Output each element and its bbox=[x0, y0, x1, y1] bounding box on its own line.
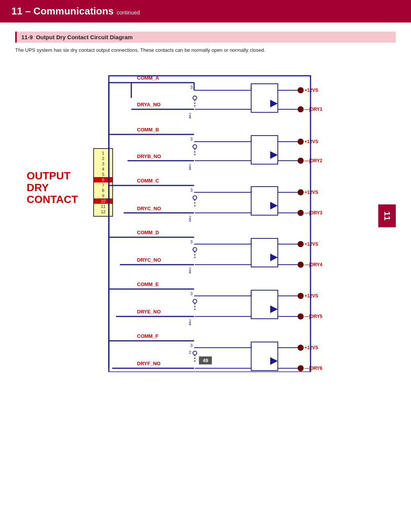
svg-text:+12VS: +12VS bbox=[304, 190, 318, 195]
svg-text:COMM_D: COMM_D bbox=[137, 230, 159, 235]
svg-point-6 bbox=[193, 96, 197, 100]
svg-text:COMM_B: COMM_B bbox=[137, 127, 159, 133]
svg-text:DRYB_NO: DRYB_NO bbox=[137, 153, 161, 159]
svg-text:—|DRY4: —|DRY4 bbox=[304, 262, 322, 267]
svg-text:DRYC_NO: DRYC_NO bbox=[137, 257, 161, 263]
svg-text:—|DRY1: —|DRY1 bbox=[304, 107, 322, 112]
page-header: 11 – Communications continued bbox=[0, 0, 411, 22]
svg-point-58 bbox=[298, 189, 304, 195]
svg-point-79 bbox=[298, 241, 304, 247]
svg-point-21 bbox=[298, 106, 304, 112]
svg-text:+12VS: +12VS bbox=[304, 139, 318, 144]
svg-marker-60 bbox=[270, 202, 278, 209]
svg-marker-81 bbox=[270, 254, 278, 261]
svg-text:+12VS: +12VS bbox=[304, 88, 318, 93]
svg-point-16 bbox=[298, 87, 304, 93]
svg-text:—|DRY6: —|DRY6 bbox=[304, 366, 322, 371]
svg-text:3: 3 bbox=[190, 188, 193, 192]
chapter-tab: 11 bbox=[378, 204, 396, 227]
svg-marker-102 bbox=[270, 305, 278, 313]
svg-text:—|DRY2: —|DRY2 bbox=[304, 158, 322, 163]
svg-rect-96 bbox=[251, 290, 278, 319]
svg-point-37 bbox=[298, 139, 304, 145]
svg-marker-18 bbox=[270, 100, 278, 107]
svg-point-48 bbox=[193, 196, 197, 200]
svg-point-69 bbox=[193, 248, 197, 251]
svg-point-126 bbox=[298, 365, 304, 371]
svg-text:—|DRY5: —|DRY5 bbox=[304, 314, 322, 319]
svg-text:DRYF_NO: DRYF_NO bbox=[137, 361, 161, 366]
svg-point-100 bbox=[298, 293, 304, 299]
svg-text:DRYA_NO: DRYA_NO bbox=[137, 102, 161, 107]
page-header-title: 11 – Communications bbox=[11, 5, 114, 17]
svg-point-90 bbox=[193, 299, 197, 303]
svg-text:3: 3 bbox=[190, 85, 193, 89]
svg-text:4: 4 bbox=[189, 218, 191, 223]
svg-marker-123 bbox=[270, 357, 278, 365]
svg-rect-117 bbox=[251, 342, 278, 371]
svg-text:4: 4 bbox=[189, 115, 191, 120]
svg-text:COMM_E: COMM_E bbox=[137, 281, 159, 287]
section-header: 11-9 Output Dry Contact Circuit Diagram bbox=[15, 32, 396, 43]
svg-point-27 bbox=[193, 145, 197, 149]
svg-text:DRYE_NO: DRYE_NO bbox=[137, 309, 161, 315]
intro-text: The UPS system has six dry contact outpu… bbox=[15, 47, 396, 53]
svg-point-63 bbox=[298, 210, 304, 216]
section-number: 11-9 bbox=[21, 34, 33, 40]
svg-text:4: 4 bbox=[189, 322, 191, 326]
svg-point-84 bbox=[298, 262, 304, 268]
svg-text:4: 4 bbox=[189, 166, 191, 171]
svg-rect-54 bbox=[251, 187, 278, 215]
svg-text:4: 4 bbox=[189, 270, 191, 275]
page-number: 49 bbox=[199, 356, 212, 364]
svg-text:3: 3 bbox=[190, 137, 193, 141]
svg-point-105 bbox=[298, 313, 304, 320]
circuit-diagram: OUTPUT DRY CONTACT 1 2 3 4 5 6 7 8 9 10 … bbox=[15, 60, 396, 372]
svg-rect-75 bbox=[251, 238, 278, 267]
svg-text:+12VS: +12VS bbox=[304, 345, 318, 350]
section-title: Output Dry Contact Circuit Diagram bbox=[36, 34, 132, 40]
svg-text:—|DRY3: —|DRY3 bbox=[304, 210, 322, 216]
svg-text:2: 2 bbox=[189, 350, 191, 355]
svg-text:+12VS: +12VS bbox=[304, 241, 318, 247]
svg-text:COMM_C: COMM_C bbox=[137, 178, 159, 184]
svg-text:COMM_F: COMM_F bbox=[137, 333, 158, 339]
svg-rect-33 bbox=[251, 136, 278, 164]
svg-text:DRYC_NO: DRYC_NO bbox=[137, 206, 161, 211]
svg-point-121 bbox=[298, 345, 304, 351]
svg-point-111 bbox=[193, 351, 197, 355]
svg-text:3: 3 bbox=[190, 343, 193, 348]
svg-text:+12VS: +12VS bbox=[304, 293, 318, 299]
svg-rect-12 bbox=[251, 84, 278, 112]
svg-text:3: 3 bbox=[190, 240, 193, 244]
svg-marker-39 bbox=[270, 151, 278, 159]
svg-text:3: 3 bbox=[190, 291, 193, 296]
svg-point-42 bbox=[298, 158, 304, 164]
svg-rect-128 bbox=[109, 76, 311, 372]
page-header-continued: continued bbox=[117, 10, 140, 16]
